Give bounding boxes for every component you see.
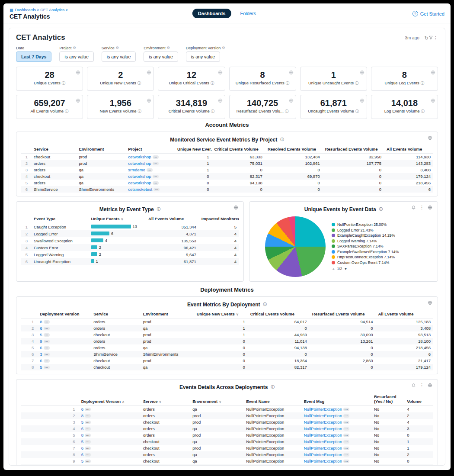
globe-icon[interactable]: [218, 70, 223, 75]
cell-link[interactable]: NullPointerException: [304, 465, 342, 466]
cell-link[interactable]: NullPointerException: [304, 439, 342, 444]
drill-menu-badge[interactable]: •••: [343, 427, 349, 431]
column-header[interactable]: Volume: [404, 392, 433, 406]
drill-menu-badge[interactable]: •••: [44, 353, 50, 356]
cell-link[interactable]: NullPointerException: [304, 420, 342, 425]
globe-icon[interactable]: [76, 70, 80, 75]
column-header[interactable]: Project: [125, 145, 175, 154]
cell-link[interactable]: cetworkshop: [128, 174, 151, 179]
cell-link[interactable]: NullPointerException: [304, 407, 342, 412]
legend-item[interactable]: ExampleCaughtException 14.29%: [332, 233, 409, 238]
cell-link[interactable]: 6: [40, 326, 42, 331]
column-header[interactable]: Deployment Version: [37, 310, 91, 318]
info-icon[interactable]: ⓘ: [280, 137, 284, 142]
info-icon[interactable]: ⓘ: [157, 207, 161, 212]
refresh-icon[interactable]: ↻: [425, 36, 428, 41]
globe-icon[interactable]: [428, 300, 432, 305]
legend-page-up-icon[interactable]: ▲: [332, 267, 335, 271]
cell-link[interactable]: NullPointerException: [304, 413, 342, 418]
info-icon[interactable]: ⓘ: [65, 109, 69, 113]
bell-icon[interactable]: [411, 205, 416, 210]
info-icon[interactable]: ⓘ: [285, 109, 289, 113]
cell-link[interactable]: 9: [40, 339, 42, 344]
globe-icon[interactable]: [431, 70, 435, 75]
info-icon[interactable]: ⓘ: [62, 81, 66, 85]
column-header[interactable]: Event Msg: [301, 392, 371, 406]
info-icon[interactable]: ⓘ: [263, 302, 267, 307]
column-header[interactable]: Unique New Ever...: [175, 145, 211, 154]
globe-icon[interactable]: [431, 98, 435, 103]
column-header[interactable]: Resurfaced(Yes / No): [371, 392, 404, 406]
column-header[interactable]: Resurfaced Events Volume: [310, 310, 376, 318]
cell-link[interactable]: NullPointerException: [304, 446, 342, 450]
drill-menu-badge[interactable]: •••: [153, 175, 159, 178]
legend-item[interactable]: HttpHostConnectException 7.14%: [332, 255, 409, 259]
column-header[interactable]: Environment: [76, 145, 125, 154]
info-icon[interactable]: ⓘ: [286, 81, 290, 85]
globe-icon[interactable]: [428, 135, 432, 140]
info-icon[interactable]: ⓘ: [137, 81, 141, 85]
info-icon[interactable]: ⓘ: [138, 109, 142, 113]
column-header[interactable]: Critical Events Volume: [212, 145, 265, 154]
drill-menu-badge[interactable]: •••: [153, 155, 159, 159]
drill-menu-badge[interactable]: •••: [44, 340, 50, 343]
drill-menu-badge[interactable]: •••: [147, 168, 153, 172]
cell-link[interactable]: 6: [81, 452, 83, 457]
legend-page-down-icon[interactable]: ▼: [344, 267, 347, 271]
drill-menu-badge[interactable]: •••: [85, 427, 91, 431]
globe-icon[interactable]: [218, 98, 223, 103]
globe-icon[interactable]: [147, 70, 151, 75]
globe-icon[interactable]: [428, 383, 432, 388]
drill-menu-badge[interactable]: •••: [44, 346, 50, 350]
info-icon[interactable]: ⓘ: [211, 109, 215, 113]
column-header[interactable]: Critical Events Volume: [248, 310, 310, 318]
drill-menu-badge[interactable]: •••: [85, 414, 91, 418]
column-header[interactable]: Unique Events∨: [89, 215, 146, 223]
filter-value-project[interactable]: is any value: [59, 51, 93, 62]
gear-icon[interactable]: ⚙: [222, 46, 225, 50]
legend-item[interactable]: SAXParseException 7.14%: [332, 244, 409, 248]
column-header[interactable]: Resolved Events Volume: [265, 145, 323, 154]
cell-link[interactable]: 6: [81, 407, 83, 412]
gear-icon[interactable]: ⚙: [116, 46, 119, 50]
drill-menu-badge[interactable]: •••: [44, 333, 50, 337]
drill-menu-badge[interactable]: •••: [85, 453, 91, 457]
kebab-icon[interactable]: ⋮: [433, 36, 438, 41]
drill-menu-badge[interactable]: •••: [153, 181, 159, 185]
globe-icon[interactable]: [289, 70, 294, 75]
column-header[interactable]: Resurfaced Events Volume: [323, 145, 384, 154]
column-header[interactable]: All Events Volume: [375, 310, 433, 318]
drill-menu-badge[interactable]: •••: [343, 421, 349, 424]
legend-pager[interactable]: ▲ 1/2 ▼: [332, 267, 409, 271]
drill-menu-badge[interactable]: •••: [85, 408, 91, 411]
globe-icon[interactable]: [233, 205, 238, 210]
cell-link[interactable]: 8: [81, 433, 83, 437]
get-started-link[interactable]: ? Get Started: [412, 11, 444, 16]
cell-link[interactable]: cetworkshop: [128, 154, 151, 159]
info-icon[interactable]: ⓘ: [421, 81, 425, 85]
globe-icon[interactable]: [289, 98, 294, 103]
filter-value-environment[interactable]: is any value: [144, 51, 178, 62]
drill-menu-badge[interactable]: •••: [343, 434, 349, 437]
cell-link[interactable]: NullPointerException: [304, 433, 342, 437]
cell-link[interactable]: 6: [81, 426, 83, 431]
globe-icon[interactable]: [76, 98, 80, 103]
bell-icon[interactable]: [411, 383, 416, 388]
cell-link[interactable]: 3: [40, 352, 42, 357]
drill-menu-badge[interactable]: •••: [44, 320, 50, 324]
legend-item[interactable]: Logged Error 21.43%: [332, 228, 409, 232]
cell-link[interactable]: 5: [81, 420, 83, 425]
drill-menu-badge[interactable]: •••: [44, 366, 50, 369]
drill-menu-badge[interactable]: •••: [153, 162, 159, 165]
drill-menu-badge[interactable]: •••: [85, 460, 91, 463]
kebab-icon[interactable]: ⋮: [419, 205, 424, 210]
column-header[interactable]: Event Type: [31, 215, 89, 223]
legend-item[interactable]: Logged Warning 7.14%: [332, 239, 409, 243]
info-icon[interactable]: ⓘ: [211, 81, 214, 85]
cell-link[interactable]: cetworkshop: [128, 161, 151, 166]
cell-link[interactable]: 6: [40, 345, 42, 350]
cell-link[interactable]: cetworkshop: [128, 180, 151, 185]
column-header[interactable]: Environment: [141, 310, 194, 318]
info-icon[interactable]: ⓘ: [355, 81, 359, 85]
drill-menu-badge[interactable]: •••: [343, 408, 349, 411]
